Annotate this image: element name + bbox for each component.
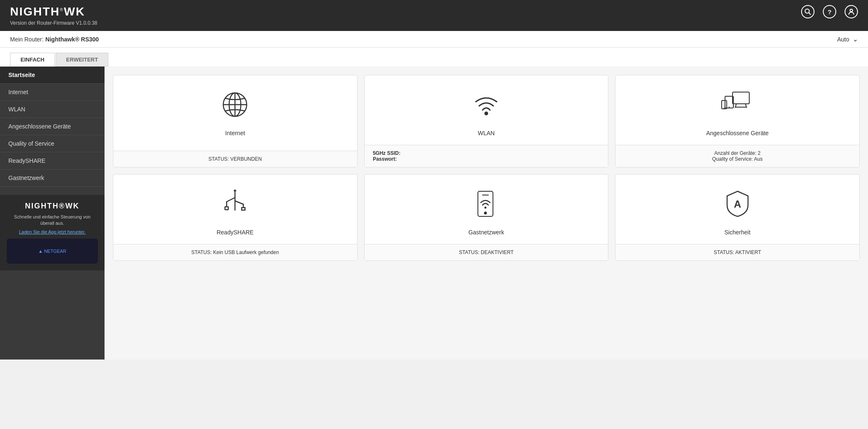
- promo-phone-image: ▲ NETGEAR: [7, 239, 98, 264]
- svg-point-0: [805, 9, 809, 13]
- card-sicherheit[interactable]: A Sicherheit STATUS: AKTIVIERT: [615, 174, 860, 261]
- tabs: EINFACH ERWEITERT: [10, 53, 858, 67]
- wifi-icon: [470, 88, 503, 121]
- cards-grid: Internet STATUS: VERBUNDEN WLAN: [113, 75, 860, 261]
- card-internet-footer: STATUS: VERBUNDEN: [113, 151, 357, 167]
- card-sicherheit-label: Sicherheit: [725, 229, 751, 236]
- sidebar-item-quality-of-service[interactable]: Quality of Service: [0, 135, 105, 152]
- sidebar-item-startseite[interactable]: Startseite: [0, 67, 105, 84]
- router-bar: Mein Router: Nighthawk® RS300 Auto ⌄: [0, 31, 868, 48]
- router-name: Mein Router: Nighthawk® RS300: [10, 36, 99, 43]
- user-icon[interactable]: [845, 5, 858, 18]
- logo: NIGHTH®WK: [10, 5, 85, 18]
- card-readyshare[interactable]: ReadySHARE STATUS: Kein USB Laufwerk gef…: [113, 174, 357, 261]
- svg-point-27: [485, 207, 487, 209]
- card-wlan-footer: 5GHz SSID:Passwort:: [365, 145, 608, 167]
- svg-rect-8: [733, 92, 749, 104]
- sidebar-item-readyshare[interactable]: ReadySHARE: [0, 152, 105, 170]
- sidebar-nav: Startseite Internet WLAN Angeschlossene …: [0, 67, 105, 187]
- help-icon[interactable]: ?: [823, 5, 836, 18]
- svg-point-26: [485, 212, 487, 214]
- card-sicherheit-footer: STATUS: AKTIVIERT: [615, 244, 859, 260]
- promo-text: Schnelle und einfache Steuerung von über…: [7, 214, 98, 227]
- promo-logo: NIGHTH®WK: [7, 202, 98, 211]
- card-wlan-label: WLAN: [478, 130, 495, 136]
- phone-wifi-icon: [470, 187, 503, 221]
- sidebar-item-angeschlossene-geraete[interactable]: Angeschlossene Geräte: [0, 118, 105, 135]
- usb-icon: [218, 187, 252, 221]
- card-wlan[interactable]: WLAN 5GHz SSID:Passwort:: [364, 75, 609, 167]
- header: NIGHTH®WK ? Version der Router-Firmware …: [0, 0, 868, 31]
- card-gastnetzwerk-label: Gastnetzwerk: [468, 229, 504, 236]
- router-dropdown[interactable]: Auto ⌄: [837, 35, 858, 43]
- sidebar: Startseite Internet WLAN Angeschlossene …: [0, 67, 105, 360]
- dropdown-value: Auto: [837, 36, 849, 43]
- card-angeschlossene-geraete[interactable]: Angeschlossene Geräte Anzahl der Geräte:…: [615, 75, 860, 167]
- router-label: Mein Router:: [10, 36, 43, 43]
- sidebar-item-internet[interactable]: Internet: [0, 84, 105, 101]
- svg-marker-23: [233, 189, 237, 191]
- card-devices-footer: Anzahl der Geräte: 2Quality of Service: …: [615, 145, 859, 167]
- sidebar-promo: NIGHTH®WK Schnelle und einfache Steuerun…: [0, 195, 105, 270]
- shield-icon: A: [721, 187, 754, 221]
- tab-einfach[interactable]: EINFACH: [10, 53, 55, 67]
- router-model: Nighthawk® RS300: [46, 36, 99, 43]
- card-devices-label: Angeschlossene Geräte: [706, 130, 768, 136]
- firmware-version: Version der Router-Firmware V1.0.0.38: [10, 20, 858, 28]
- content: Internet STATUS: VERBUNDEN WLAN: [105, 67, 868, 360]
- logo-trademark: ®: [60, 8, 64, 12]
- card-gastnetzwerk-footer: STATUS: DEAKTIVIERT: [365, 244, 608, 260]
- card-internet-label: Internet: [225, 130, 245, 136]
- svg-line-17: [227, 198, 235, 202]
- tabs-container: EINFACH ERWEITERT: [0, 48, 868, 67]
- sidebar-item-gastnetzwerk[interactable]: Gastnetzwerk: [0, 170, 105, 187]
- header-icons: ?: [801, 5, 858, 18]
- svg-rect-22: [242, 208, 245, 210]
- card-gastnetzwerk[interactable]: Gastnetzwerk STATUS: DEAKTIVIERT: [364, 174, 609, 261]
- help-label: ?: [827, 8, 831, 15]
- svg-line-10: [745, 104, 746, 107]
- svg-point-2: [850, 9, 853, 12]
- promo-link[interactable]: Laden Sie die App jetzt herunter.: [7, 229, 98, 234]
- sidebar-item-wlan[interactable]: WLAN: [0, 101, 105, 118]
- devices-icon: [721, 88, 754, 121]
- globe-icon: [218, 88, 252, 121]
- svg-line-9: [735, 104, 736, 107]
- main-layout: Startseite Internet WLAN Angeschlossene …: [0, 67, 868, 360]
- search-icon[interactable]: [801, 5, 814, 18]
- card-readyshare-footer: STATUS: Kein USB Laufwerk gefunden: [113, 244, 357, 260]
- svg-line-1: [809, 13, 811, 15]
- chevron-down-icon: ⌄: [853, 35, 858, 43]
- card-readyshare-label: ReadySHARE: [217, 229, 254, 236]
- svg-point-7: [485, 112, 488, 115]
- svg-rect-19: [225, 207, 228, 210]
- svg-text:A: A: [734, 198, 741, 210]
- tab-erweitert[interactable]: ERWEITERT: [56, 53, 108, 67]
- card-internet[interactable]: Internet STATUS: VERBUNDEN: [113, 75, 357, 167]
- svg-line-20: [235, 201, 243, 204]
